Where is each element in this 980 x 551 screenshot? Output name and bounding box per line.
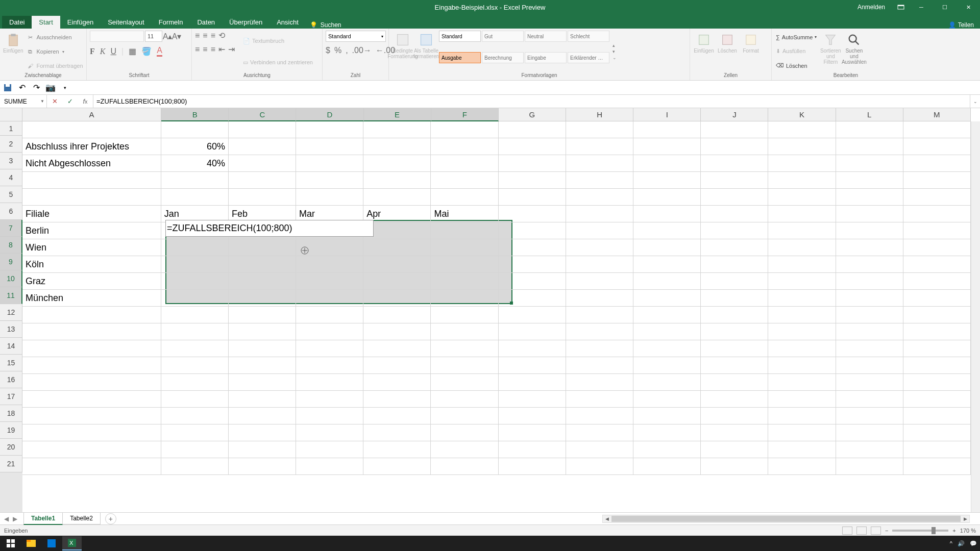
cell-E19[interactable] bbox=[363, 424, 431, 441]
cell-K6[interactable] bbox=[768, 206, 836, 222]
colhead-A[interactable]: A bbox=[22, 108, 161, 121]
cell-B19[interactable] bbox=[161, 424, 229, 441]
zoom-out-button[interactable]: − bbox=[885, 528, 888, 534]
cell-G16[interactable] bbox=[499, 374, 566, 391]
italic-button[interactable]: K bbox=[100, 47, 106, 56]
cell-F2[interactable] bbox=[431, 138, 498, 155]
cell-K20[interactable] bbox=[768, 441, 836, 458]
cell-I7[interactable] bbox=[633, 222, 701, 239]
cell-A18[interactable] bbox=[22, 408, 161, 424]
rowhead-7[interactable]: 7 bbox=[0, 220, 22, 237]
cell-H2[interactable] bbox=[566, 138, 633, 155]
cell-C3[interactable] bbox=[229, 155, 296, 172]
cell-D15[interactable] bbox=[296, 357, 363, 374]
tab-daten[interactable]: Daten bbox=[190, 16, 222, 29]
sort-filter-button[interactable]: Sortieren und Filtern bbox=[820, 31, 841, 72]
colhead-K[interactable]: K bbox=[768, 108, 836, 121]
cell-E16[interactable] bbox=[363, 374, 431, 391]
cell-M1[interactable] bbox=[903, 121, 971, 138]
cell-C17[interactable] bbox=[229, 391, 296, 408]
cell-J15[interactable] bbox=[701, 357, 768, 374]
sheet-tab-1[interactable]: Tabelle1 bbox=[23, 513, 63, 525]
cell-E21[interactable] bbox=[363, 458, 431, 475]
cell-B12[interactable] bbox=[161, 307, 229, 323]
cell-L5[interactable] bbox=[836, 189, 903, 206]
font-size-select[interactable]: 11 bbox=[145, 31, 162, 42]
cell-B1[interactable] bbox=[161, 121, 229, 138]
cell-K4[interactable] bbox=[768, 172, 836, 189]
cell-I10[interactable] bbox=[633, 273, 701, 290]
cell-C12[interactable] bbox=[229, 307, 296, 323]
sheet-nav-next-icon[interactable]: ▶ bbox=[13, 515, 17, 522]
view-page-layout-button[interactable] bbox=[856, 527, 867, 535]
cell-A16[interactable] bbox=[22, 374, 161, 391]
cell-H17[interactable] bbox=[566, 391, 633, 408]
currency-icon[interactable]: $ bbox=[326, 46, 330, 55]
cell-K19[interactable] bbox=[768, 424, 836, 441]
cell-C19[interactable] bbox=[229, 424, 296, 441]
cell-I2[interactable] bbox=[633, 138, 701, 155]
cell-F16[interactable] bbox=[431, 374, 498, 391]
cell-L18[interactable] bbox=[836, 408, 903, 424]
conditional-formatting-button[interactable]: Bedingte Formatierung bbox=[392, 31, 413, 72]
cell-F14[interactable] bbox=[431, 340, 498, 357]
cell-M3[interactable] bbox=[903, 155, 971, 172]
rowhead-17[interactable]: 17 bbox=[0, 388, 22, 405]
cell-A1[interactable] bbox=[22, 121, 161, 138]
underline-button[interactable]: U bbox=[110, 47, 116, 56]
percent-icon[interactable]: % bbox=[334, 46, 341, 55]
cell-G13[interactable] bbox=[499, 323, 566, 340]
cell-F11[interactable] bbox=[431, 290, 498, 307]
cell-D9[interactable] bbox=[296, 256, 363, 273]
cell-D1[interactable] bbox=[296, 121, 363, 138]
cell-K10[interactable] bbox=[768, 273, 836, 290]
rowhead-5[interactable]: 5 bbox=[0, 186, 22, 203]
cell-F4[interactable] bbox=[431, 172, 498, 189]
cell-L13[interactable] bbox=[836, 323, 903, 340]
cell-K3[interactable] bbox=[768, 155, 836, 172]
cell-D20[interactable] bbox=[296, 441, 363, 458]
cell-D17[interactable] bbox=[296, 391, 363, 408]
cell-G8[interactable] bbox=[499, 239, 566, 256]
cell-E18[interactable] bbox=[363, 408, 431, 424]
cell-F6[interactable]: Mai bbox=[431, 206, 498, 222]
cell-G6[interactable] bbox=[499, 206, 566, 222]
cell-B15[interactable] bbox=[161, 357, 229, 374]
cell-F17[interactable] bbox=[431, 391, 498, 408]
border-button[interactable]: ▦ bbox=[129, 46, 136, 56]
cell-L16[interactable] bbox=[836, 374, 903, 391]
cell-E20[interactable] bbox=[363, 441, 431, 458]
colhead-E[interactable]: E bbox=[364, 108, 431, 121]
cell-A21[interactable] bbox=[22, 458, 161, 475]
cell-D19[interactable] bbox=[296, 424, 363, 441]
cell-H10[interactable] bbox=[566, 273, 633, 290]
colhead-F[interactable]: F bbox=[431, 108, 499, 121]
colhead-I[interactable]: I bbox=[633, 108, 701, 121]
cell-M18[interactable] bbox=[903, 408, 971, 424]
cell-C10[interactable] bbox=[229, 273, 296, 290]
style-eingabe[interactable]: Eingabe bbox=[525, 52, 567, 63]
cell-C15[interactable] bbox=[229, 357, 296, 374]
window-close-button[interactable]: ✕ bbox=[957, 0, 980, 14]
style-neutral[interactable]: Neutral bbox=[525, 31, 567, 42]
tray-notifications-icon[interactable]: 💬 bbox=[970, 540, 977, 547]
cell-A4[interactable] bbox=[22, 172, 161, 189]
cell-J13[interactable] bbox=[701, 323, 768, 340]
taskbar-app-1[interactable] bbox=[42, 536, 61, 550]
grow-font-icon[interactable]: A▴ bbox=[163, 32, 172, 40]
cell-J14[interactable] bbox=[701, 340, 768, 357]
colhead-B[interactable]: B bbox=[161, 108, 229, 121]
cell-D12[interactable] bbox=[296, 307, 363, 323]
cell-K1[interactable] bbox=[768, 121, 836, 138]
camera-icon[interactable]: 📷 bbox=[46, 83, 55, 92]
qat-more-icon[interactable]: ▾ bbox=[60, 83, 69, 92]
cell-L17[interactable] bbox=[836, 391, 903, 408]
cell-J7[interactable] bbox=[701, 222, 768, 239]
sheet-tab-2[interactable]: Tabelle2 bbox=[62, 513, 101, 524]
cell-K17[interactable] bbox=[768, 391, 836, 408]
cell-J19[interactable] bbox=[701, 424, 768, 441]
format-painter-button[interactable]: 🖌Format übertragen bbox=[25, 61, 84, 70]
cell-B4[interactable] bbox=[161, 172, 229, 189]
font-name-select[interactable] bbox=[90, 31, 144, 42]
formula-expand-icon[interactable]: ⌄ bbox=[970, 95, 980, 108]
